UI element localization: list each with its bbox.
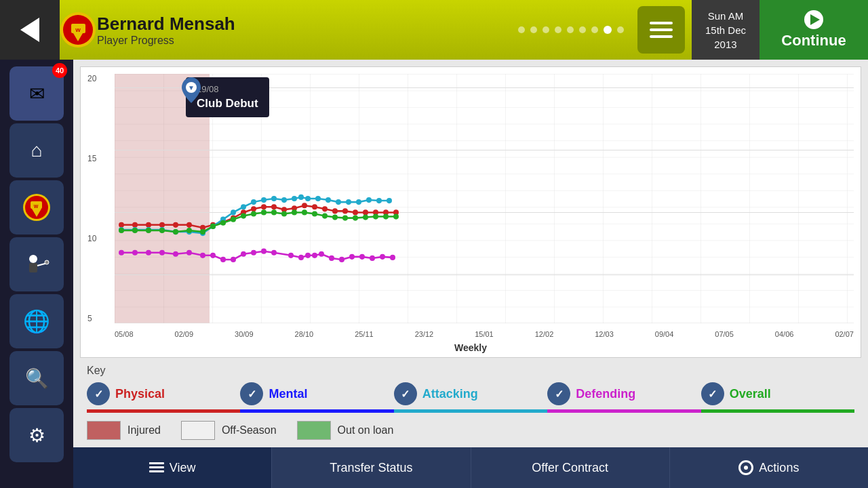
continue-button[interactable]: Continue (760, 0, 868, 60)
legend-attacking[interactable]: ✓ Attacking (394, 382, 547, 405)
x-label-6: 23/12 (415, 330, 434, 338)
svg-point-95 (312, 211, 317, 216)
svg-point-96 (322, 213, 328, 218)
sidebar-item-settings[interactable]: ⚙ (9, 408, 64, 462)
svg-point-84 (200, 229, 205, 235)
svg-point-107 (159, 250, 165, 256)
x-axis-label: Weekly (454, 342, 487, 353)
svg-point-124 (339, 257, 344, 262)
injured-box (87, 421, 121, 440)
svg-point-102 (383, 214, 389, 219)
continue-label: Continue (781, 32, 846, 49)
x-label-11: 07/05 (715, 330, 734, 338)
attacking-check-icon: ✓ (394, 382, 417, 405)
defending-label: Defending (576, 387, 635, 401)
dot-4 (555, 26, 561, 33)
settings-icon: ⚙ (28, 424, 45, 447)
bottom-offer-contract[interactable]: Offer Contract (471, 447, 670, 488)
svg-point-90 (261, 209, 267, 215)
key-label: Key (87, 365, 854, 377)
club-badge: W (60, 12, 97, 49)
svg-point-86 (220, 220, 226, 226)
legend-items: ✓ Physical ✓ Mental ✓ Attacking ✓ Defend… (87, 382, 854, 405)
search-icon: 🔍 (25, 367, 49, 390)
mental-bar (240, 409, 393, 413)
svg-point-126 (359, 254, 365, 260)
x-label-4: 28/10 (295, 330, 314, 338)
menu-line-1 (650, 22, 673, 24)
svg-point-103 (393, 214, 399, 219)
y-label-10: 10 (87, 234, 96, 243)
menu-button[interactable] (637, 6, 685, 54)
overall-check-icon: ✓ (701, 382, 724, 405)
svg-point-28 (146, 222, 151, 228)
svg-rect-133 (149, 462, 153, 464)
sidebar-item-club[interactable]: W (9, 180, 64, 235)
svg-point-69 (305, 196, 311, 201)
svg-point-123 (329, 256, 334, 261)
svg-point-98 (342, 216, 348, 221)
svg-point-88 (241, 213, 246, 218)
globe-icon: 🌐 (23, 308, 50, 334)
back-button[interactable] (0, 0, 60, 60)
svg-point-61 (231, 209, 236, 215)
svg-point-68 (298, 195, 304, 200)
physical-bar (87, 409, 240, 413)
svg-point-39 (271, 204, 277, 209)
svg-point-118 (288, 253, 294, 258)
svg-point-125 (349, 254, 355, 260)
legend-physical[interactable]: ✓ Physical (87, 382, 240, 405)
back-arrow-icon (20, 18, 39, 42)
overall-bar (701, 409, 854, 413)
svg-point-129 (390, 255, 395, 260)
svg-point-72 (336, 199, 341, 205)
svg-point-47 (353, 209, 358, 215)
menu-line-3 (650, 35, 673, 38)
svg-point-74 (356, 199, 361, 205)
legend-defending[interactable]: ✓ Defending (547, 382, 701, 405)
offer-contract-label: Offer Contract (532, 461, 608, 475)
svg-point-30 (173, 222, 178, 228)
svg-point-93 (292, 209, 297, 215)
svg-point-80 (146, 228, 151, 233)
sidebar-item-mail[interactable]: ✉ 40 (9, 66, 64, 121)
bottom-view[interactable]: View (73, 447, 272, 488)
x-label-1: 05/08 (115, 330, 134, 338)
player-subtitle: Player Progress (97, 35, 518, 47)
x-label-5: 25/11 (355, 330, 374, 338)
svg-point-111 (210, 253, 216, 258)
svg-point-101 (373, 214, 378, 219)
sidebar-item-globe[interactable]: 🌐 (9, 294, 64, 348)
svg-point-108 (173, 251, 178, 257)
x-label-7: 15/01 (475, 330, 494, 338)
svg-point-112 (220, 257, 226, 262)
sidebar-item-scout[interactable] (9, 237, 64, 291)
y-axis: 20 15 10 5 (87, 74, 96, 323)
legend-mental[interactable]: ✓ Mental (240, 382, 393, 405)
x-label-13: 02/07 (835, 330, 854, 338)
dot-7 (591, 26, 598, 33)
x-label-10: 09/04 (655, 330, 674, 338)
sidebar-item-search[interactable]: 🔍 (9, 351, 64, 405)
svg-point-67 (292, 196, 297, 201)
svg-point-75 (366, 197, 372, 203)
mail-badge-count: 40 (52, 63, 67, 78)
svg-point-127 (370, 256, 375, 261)
target-dot (744, 466, 748, 470)
dot-1 (518, 26, 525, 33)
sidebar-item-home[interactable]: ⌂ (9, 123, 64, 178)
svg-rect-132 (149, 470, 164, 472)
y-label-5: 5 (87, 314, 96, 323)
legend-overall[interactable]: ✓ Overall (701, 382, 854, 405)
svg-point-43 (312, 204, 317, 209)
svg-point-71 (326, 197, 331, 203)
play-icon (804, 10, 823, 29)
status-injured: Injured (87, 421, 161, 440)
bottom-transfer-status[interactable]: Transfer Status (272, 447, 471, 488)
attacking-label: Attacking (422, 387, 478, 401)
physical-label: Physical (115, 387, 165, 401)
menu-line-2 (650, 28, 673, 31)
bottom-actions[interactable]: Actions (670, 447, 868, 488)
offseason-label: Off-Season (222, 424, 277, 436)
svg-point-63 (251, 199, 256, 205)
